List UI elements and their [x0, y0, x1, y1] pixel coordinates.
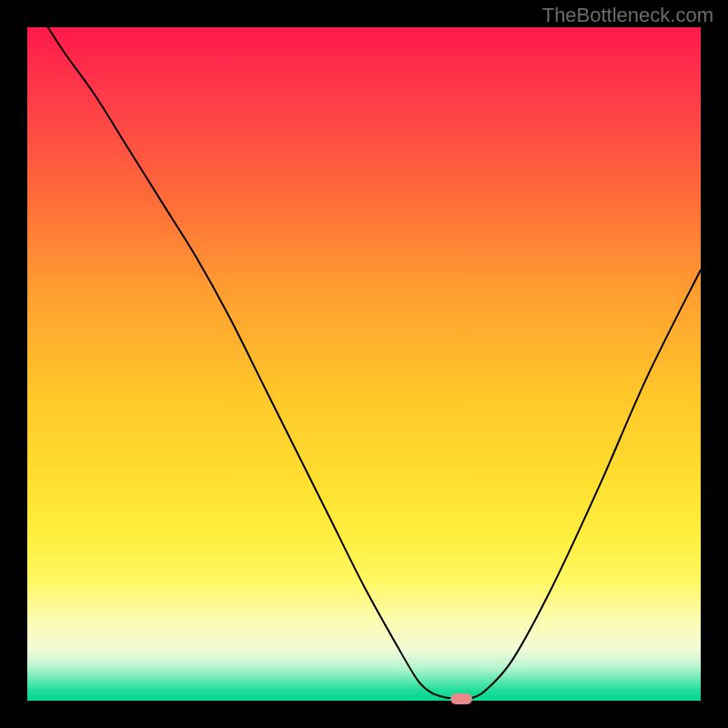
watermark-text: TheBottleneck.com: [542, 4, 713, 27]
plot-area: [27, 27, 701, 701]
bottleneck-curve-path: [27, 27, 701, 699]
minimum-marker: [450, 693, 472, 704]
curve-svg: [27, 27, 701, 701]
